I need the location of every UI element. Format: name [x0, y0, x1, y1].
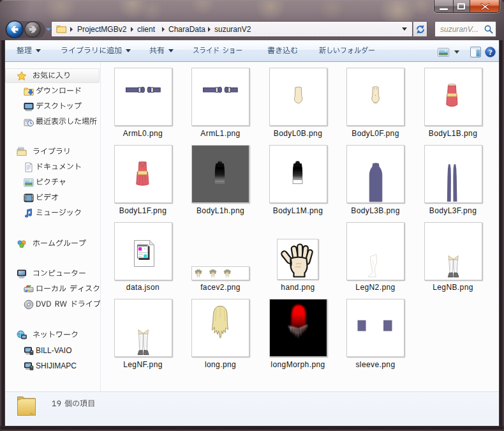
svg-text:?: ? [488, 48, 492, 57]
